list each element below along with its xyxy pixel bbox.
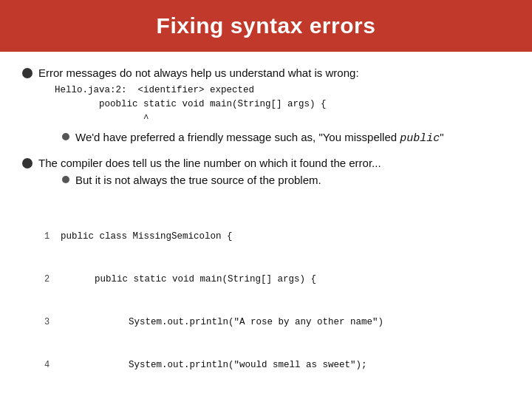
error-code-1: Hello.java:2: <identifier> expected poob…: [55, 83, 444, 126]
code-line-3: 3 System.out.println("A rose by any othe…: [44, 316, 510, 330]
sub-bullet-1: We'd have preferred a friendly message s…: [55, 129, 444, 146]
bullet-dot-2: [22, 158, 33, 168]
bullet-1-text: Error messages do not always help us und…: [38, 66, 359, 79]
sub-bullet-dot-1: [62, 133, 69, 140]
sub-bullet-dot-2: [62, 176, 69, 183]
sub-bullet-2-text: But it is not always the true source of …: [75, 172, 321, 188]
slide-title: Fixing syntax errors: [0, 0, 532, 52]
slide-content: Error messages do not always help us und…: [0, 52, 532, 399]
main-code-block: 1public class MissingSemicolon { 2 publi…: [44, 201, 510, 399]
code-line-1: 1public class MissingSemicolon {: [44, 230, 510, 244]
code-line-2: 2 public static void main(String[] args)…: [44, 273, 510, 287]
sub-bullet-1-text: We'd have preferred a friendly message s…: [75, 129, 444, 146]
slide: Fixing syntax errors Error messages do n…: [0, 0, 532, 399]
sub-bullet-2: But it is not always the true source of …: [55, 172, 381, 188]
bullet-2-text: The compiler does tell us the line numbe…: [38, 157, 381, 169]
bullet-1: Error messages do not always help us und…: [22, 65, 510, 146]
bullet-dot-1: [22, 68, 33, 78]
code-line-4: 4 System.out.println("would smell as swe…: [44, 358, 510, 372]
bullet-2: The compiler does tell us the line numbe…: [22, 155, 510, 188]
